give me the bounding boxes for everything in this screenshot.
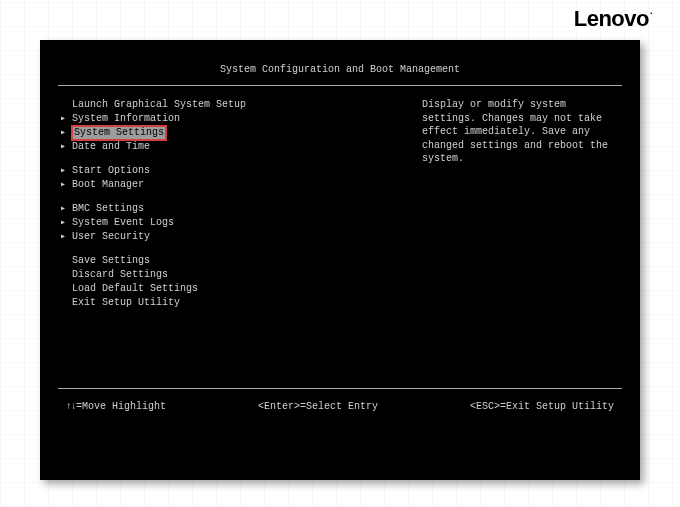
brand-name: Lenovo xyxy=(574,6,649,31)
menu-load-default-settings[interactable]: Load Default Settings xyxy=(58,282,408,296)
menu-label: Load Default Settings xyxy=(72,282,198,296)
group-gap xyxy=(58,244,408,254)
group-gap xyxy=(58,154,408,164)
menu-save-settings[interactable]: Save Settings xyxy=(58,254,408,268)
menu-discard-settings[interactable]: Discard Settings xyxy=(58,268,408,282)
brand-logo: Lenovo. xyxy=(574,6,652,32)
menu-label: System Information xyxy=(72,112,180,126)
menu-bmc-settings[interactable]: ▸ BMC Settings xyxy=(58,202,408,216)
submenu-caret-icon: ▸ xyxy=(58,230,68,244)
help-text: Display or modify system settings. Chang… xyxy=(422,99,608,164)
help-panel: Display or modify system settings. Chang… xyxy=(422,94,622,384)
submenu-caret-icon: ▸ xyxy=(58,216,68,230)
menu-user-security[interactable]: ▸ User Security xyxy=(58,230,408,244)
menu-label: Date and Time xyxy=(72,140,150,154)
page-title: System Configuration and Boot Management xyxy=(58,54,622,81)
menu-start-options[interactable]: ▸ Start Options xyxy=(58,164,408,178)
submenu-caret-icon: ▸ xyxy=(58,164,68,178)
divider-bottom xyxy=(58,388,622,389)
menu-label: Discard Settings xyxy=(72,268,168,282)
hint-esc: <ESC>=Exit Setup Utility xyxy=(470,401,614,412)
menu-label: Boot Manager xyxy=(72,178,144,192)
submenu-caret-icon: ▸ xyxy=(58,178,68,192)
hint-move-text: =Move Highlight xyxy=(76,401,166,412)
footer-hints: ↑↓=Move Highlight <Enter>=Select Entry <… xyxy=(58,397,622,412)
menu-label: Exit Setup Utility xyxy=(72,296,180,310)
menu-label: System Event Logs xyxy=(72,216,174,230)
menu-launch-graphical-setup[interactable]: Launch Graphical System Setup xyxy=(58,98,408,112)
menu-system-settings[interactable]: ▸ System Settings xyxy=(58,126,408,140)
submenu-caret-icon: ▸ xyxy=(58,140,68,154)
menu-system-event-logs[interactable]: ▸ System Event Logs xyxy=(58,216,408,230)
hint-enter: <Enter>=Select Entry xyxy=(258,401,378,412)
menu-label: System Settings xyxy=(72,126,166,140)
menu-label: Start Options xyxy=(72,164,150,178)
submenu-caret-icon: ▸ xyxy=(58,202,68,216)
bios-window: System Configuration and Boot Management… xyxy=(40,40,640,480)
submenu-caret-icon: ▸ xyxy=(58,112,68,126)
hint-move: ↑↓=Move Highlight xyxy=(66,401,166,412)
body-area: Launch Graphical System Setup ▸ System I… xyxy=(58,94,622,384)
updown-arrows-icon: ↑↓ xyxy=(66,401,76,412)
menu-label: Save Settings xyxy=(72,254,150,268)
menu-label: BMC Settings xyxy=(72,202,144,216)
menu-column: Launch Graphical System Setup ▸ System I… xyxy=(58,94,408,384)
menu-system-information[interactable]: ▸ System Information xyxy=(58,112,408,126)
group-gap xyxy=(58,192,408,202)
menu-date-time[interactable]: ▸ Date and Time xyxy=(58,140,408,154)
divider-top xyxy=(58,85,622,86)
menu-label: Launch Graphical System Setup xyxy=(72,98,246,112)
menu-boot-manager[interactable]: ▸ Boot Manager xyxy=(58,178,408,192)
submenu-caret-icon: ▸ xyxy=(58,126,68,140)
menu-exit-setup-utility[interactable]: Exit Setup Utility xyxy=(58,296,408,310)
menu-label: User Security xyxy=(72,230,150,244)
brand-tm: . xyxy=(650,6,652,16)
